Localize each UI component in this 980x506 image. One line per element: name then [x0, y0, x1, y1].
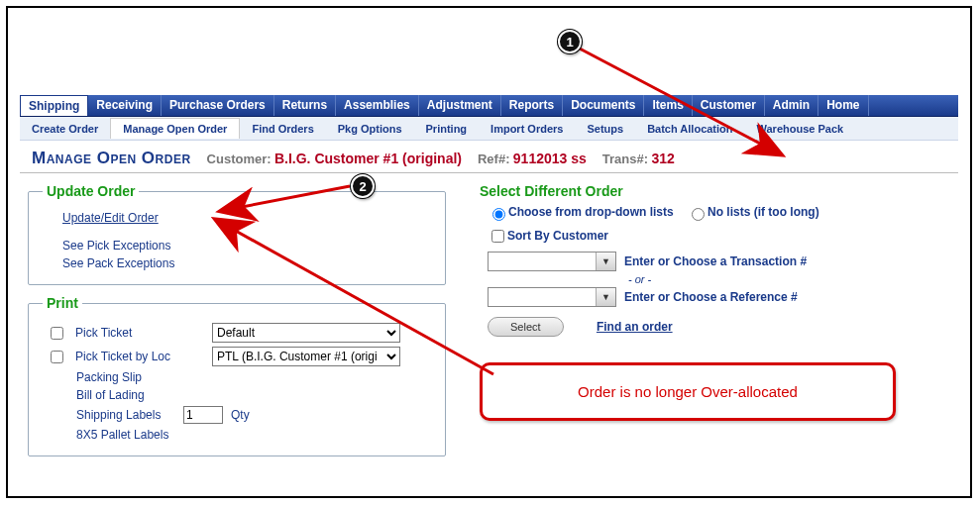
customer-value: B.I.G. Customer #1 (original) [274, 151, 462, 166]
update-order-legend: Update Order [43, 183, 139, 199]
callout-text: Order is no longer Over-allocated [578, 383, 798, 400]
update-edit-order-link[interactable]: Update/Edit Order [62, 211, 431, 225]
tab-receiving[interactable]: Receiving [88, 95, 162, 116]
print-row-pick-ticket: Pick Ticket Default [51, 323, 431, 343]
pick-ticket-loc-select[interactable]: PTL (B.I.G. Customer #1 (origi [212, 347, 400, 366]
update-order-panel: Update Order Update/Edit Order See Pick … [28, 183, 446, 285]
pick-ticket-loc-checkbox[interactable] [51, 351, 63, 363]
select-order-radio-row: Choose from drop-down lists No lists (if… [488, 205, 958, 221]
annotation-badge-1: 1 [558, 30, 582, 53]
radio-choose-lists[interactable]: Choose from drop-down lists [488, 205, 674, 219]
reference-combo[interactable]: ▼ [488, 287, 616, 307]
trans-label: Trans#: [602, 152, 648, 166]
print-row-pallet-labels: 8X5 Pallet Labels [51, 428, 431, 442]
select-order-heading: Select Different Order [480, 183, 958, 199]
page-title: Manage Open Order [32, 149, 191, 168]
tab-assemblies[interactable]: Assemblies [336, 95, 419, 116]
print-row-bill-of-lading: Bill of Lading [51, 388, 431, 402]
tab-home[interactable]: Home [818, 95, 868, 116]
subnav-find-orders[interactable]: Find Orders [240, 119, 325, 139]
print-row-packing-slip: Packing Slip [51, 370, 431, 384]
trans-value: 312 [651, 151, 674, 166]
ref-value: 9112013 ss [513, 151, 587, 166]
pick-ticket-loc-label: Pick Ticket by Loc [75, 350, 204, 363]
see-pack-exceptions-link[interactable]: See Pack Exceptions [62, 256, 431, 270]
tab-shipping[interactable]: Shipping [20, 95, 88, 116]
radio-no-lists-input[interactable] [692, 208, 705, 221]
print-legend: Print [43, 295, 82, 311]
print-panel: Print Pick Ticket Default Pick Ticket by… [28, 295, 446, 456]
sub-nav: Create Order Manage Open Order Find Orde… [20, 117, 958, 141]
subnav-create-order[interactable]: Create Order [20, 119, 110, 139]
bill-of-lading-link[interactable]: Bill of Lading [76, 388, 205, 402]
left-column: Update Order Update/Edit Order See Pick … [20, 183, 446, 466]
chevron-down-icon[interactable]: ▼ [596, 253, 615, 270]
shipping-labels-qty-input[interactable] [183, 406, 223, 424]
tab-admin[interactable]: Admin [765, 95, 818, 116]
transaction-input[interactable] [489, 253, 596, 270]
reference-combo-row: ▼ Enter or Choose a Reference # [488, 287, 958, 307]
subnav-warehouse-pack[interactable]: Warehouse Pack [745, 119, 856, 139]
sort-by-customer-checkbox[interactable] [491, 230, 504, 243]
sort-by-customer[interactable]: Sort By Customer [488, 229, 608, 243]
select-action-row: Select Find an order [476, 309, 958, 337]
tab-reports[interactable]: Reports [501, 95, 563, 116]
tab-purchase-orders[interactable]: Purchase Orders [162, 95, 274, 116]
tab-items[interactable]: Items [644, 95, 692, 116]
tab-customer[interactable]: Customer [693, 95, 765, 116]
subnav-manage-open-order[interactable]: Manage Open Order [110, 118, 240, 139]
page-header: Manage Open Order Customer: B.I.G. Custo… [20, 147, 958, 173]
subnav-setups[interactable]: Setups [575, 119, 635, 139]
tab-adjustment[interactable]: Adjustment [419, 95, 501, 116]
transaction-hint: Enter or Choose a Transaction # [624, 254, 807, 268]
subnav-import-orders[interactable]: Import Orders [479, 119, 575, 139]
reference-input[interactable] [489, 288, 596, 306]
right-column: Select Different Order Choose from drop-… [476, 183, 958, 466]
sort-by-customer-row: Sort By Customer [488, 227, 958, 246]
tab-documents[interactable]: Documents [563, 95, 644, 116]
select-button[interactable]: Select [488, 317, 564, 337]
radio-choose-lists-input[interactable] [492, 208, 505, 221]
subnav-printing[interactable]: Printing [414, 119, 480, 139]
radio-no-lists[interactable]: No lists (if too long) [687, 205, 819, 219]
transaction-combo[interactable]: ▼ [488, 252, 616, 271]
pallet-labels-link[interactable]: 8X5 Pallet Labels [76, 428, 205, 442]
print-row-shipping-labels: Shipping Labels Qty [51, 406, 431, 424]
customer-label: Customer: [207, 152, 272, 166]
ref-label: Ref#: [478, 152, 510, 166]
chevron-down-icon[interactable]: ▼ [596, 288, 615, 306]
find-an-order-link[interactable]: Find an order [597, 320, 673, 334]
packing-slip-link[interactable]: Packing Slip [76, 370, 205, 384]
see-pick-exceptions-link[interactable]: See Pick Exceptions [62, 239, 431, 253]
qty-label: Qty [231, 408, 250, 422]
pick-ticket-checkbox[interactable] [51, 327, 63, 340]
callout-box: Order is no longer Over-allocated [480, 362, 896, 421]
print-row-pick-ticket-loc: Pick Ticket by Loc PTL (B.I.G. Customer … [51, 347, 431, 366]
subnav-batch-allocation[interactable]: Batch Allocation [635, 119, 744, 139]
transaction-combo-row: ▼ Enter or Choose a Transaction # [488, 252, 958, 271]
content: Update Order Update/Edit Order See Pick … [20, 183, 958, 466]
pick-ticket-select[interactable]: Default [212, 323, 400, 343]
main-nav: Shipping Receiving Purchase Orders Retur… [20, 95, 958, 117]
pick-ticket-label: Pick Ticket [75, 326, 204, 340]
app-frame: Shipping Receiving Purchase Orders Retur… [6, 6, 972, 498]
subnav-pkg-options[interactable]: Pkg Options [326, 119, 414, 139]
or-text: - or - [628, 273, 958, 285]
reference-hint: Enter or Choose a Reference # [624, 290, 798, 304]
tab-returns[interactable]: Returns [274, 95, 336, 116]
shipping-labels-link[interactable]: Shipping Labels [76, 408, 175, 422]
